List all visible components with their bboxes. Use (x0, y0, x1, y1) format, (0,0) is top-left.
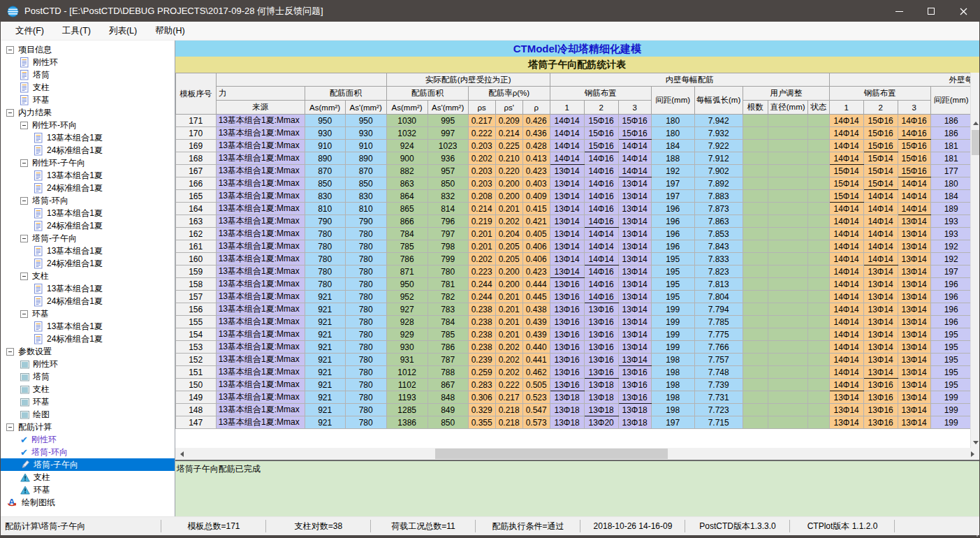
cell-template-no[interactable]: 147 (175, 416, 216, 429)
vertical-scrollbar[interactable] (970, 73, 979, 448)
cell-outer-layout[interactable]: 13Φ14 (898, 278, 930, 291)
cell-user-status[interactable] (807, 366, 829, 379)
cell-user-bars[interactable] (743, 341, 768, 354)
cell-arc-length[interactable]: 7.912 (694, 152, 743, 165)
scroll-down-button[interactable] (971, 437, 979, 448)
cell-outer-spacing[interactable]: 184 (930, 190, 972, 203)
cell-as-actual[interactable]: 1012 (386, 366, 427, 379)
cell-rho-s2[interactable]: 0.220 (495, 165, 522, 177)
scroll-right-button[interactable] (967, 448, 978, 460)
cell-outer-layout[interactable]: 13Φ16 (863, 404, 898, 416)
cell-source[interactable]: 13基本组合1夏:Mmax (216, 379, 305, 391)
cell-inner-layout[interactable]: 13Φ14 (618, 354, 651, 366)
cell-source[interactable]: 13基本组合1夏:Mmax (216, 215, 305, 228)
cell-as-required[interactable]: 921 (305, 391, 345, 404)
cell-user-bars[interactable] (743, 316, 768, 328)
cell-arc-length[interactable]: 7.902 (694, 165, 743, 177)
cell-template-no[interactable]: 166 (175, 177, 216, 190)
cell-rho-s2[interactable]: 0.201 (495, 316, 522, 328)
cell-as-required[interactable]: 930 (305, 127, 345, 140)
cell-inner-layout[interactable]: 13Φ16 (550, 278, 584, 291)
tree-item[interactable]: 13基本组合1夏 (1, 131, 175, 144)
cell-source[interactable]: 13基本组合1夏:Mmax (216, 140, 305, 152)
cell-as2-required[interactable]: 780 (345, 404, 386, 416)
cell-inner-layout[interactable]: 13Φ14 (618, 253, 651, 266)
vertical-scroll-thumb[interactable] (972, 130, 979, 155)
cell-rho-s[interactable]: 0.202 (468, 152, 495, 165)
cell-as2-actual[interactable]: 785 (427, 328, 468, 341)
cell-outer-layout[interactable]: 14Φ14 (829, 253, 863, 266)
cell-as2-required[interactable]: 780 (345, 316, 386, 328)
cell-user-diameter[interactable] (768, 215, 807, 228)
tree-item[interactable]: 13基本组合1夏 (1, 169, 175, 182)
cell-inner-layout[interactable]: 13Φ14 (618, 266, 651, 278)
cell-arc-length[interactable]: 7.723 (694, 404, 743, 416)
tree-item[interactable]: 24标准组合1夏 (1, 182, 175, 194)
cell-rho-s[interactable]: 0.244 (468, 291, 495, 303)
cell-as2-actual[interactable]: 798 (427, 240, 468, 253)
cell-inner-layout[interactable]: 14Φ16 (584, 291, 618, 303)
cell-as2-required[interactable]: 780 (345, 391, 386, 404)
cell-outer-layout[interactable]: 14Φ14 (829, 328, 863, 341)
cell-inner-spacing[interactable]: 196 (651, 203, 694, 215)
cell-user-diameter[interactable] (768, 391, 807, 404)
maximize-button[interactable] (915, 1, 947, 22)
cell-arc-length[interactable]: 7.833 (694, 253, 743, 266)
cell-outer-layout[interactable]: 13Φ14 (863, 266, 898, 278)
cell-user-bars[interactable] (743, 291, 768, 303)
cell-outer-layout[interactable]: 14Φ14 (829, 266, 863, 278)
cell-user-diameter[interactable] (768, 416, 807, 429)
cell-outer-layout[interactable]: 15Φ16 (898, 165, 930, 177)
cell-rho[interactable]: 0.426 (522, 115, 550, 127)
cell-outer-layout[interactable]: 14Φ14 (829, 127, 863, 140)
cell-as2-required[interactable]: 780 (345, 228, 386, 240)
cell-user-diameter[interactable] (768, 341, 807, 354)
cell-rho-s[interactable]: 0.283 (468, 379, 495, 391)
cell-inner-layout[interactable]: 14Φ14 (584, 240, 618, 253)
cell-template-no[interactable]: 163 (175, 215, 216, 228)
cell-as-actual[interactable]: 929 (386, 328, 427, 341)
cell-outer-spacing[interactable]: 195 (930, 354, 972, 366)
tree-expander-icon[interactable] (20, 122, 28, 129)
cell-inner-layout[interactable]: 13Φ16 (618, 366, 651, 379)
cell-rho-s2[interactable]: 0.217 (495, 391, 522, 404)
cell-outer-spacing[interactable]: 199 (930, 391, 972, 404)
cell-inner-layout[interactable]: 13Φ16 (550, 366, 584, 379)
cell-inner-spacing[interactable]: 195 (651, 291, 694, 303)
cell-outer-layout[interactable]: 13Φ14 (898, 240, 930, 253)
cell-inner-layout[interactable]: 13Φ16 (584, 303, 618, 316)
cell-outer-layout[interactable]: 13Φ14 (863, 316, 898, 328)
cell-as-actual[interactable]: 863 (386, 177, 427, 190)
cell-user-status[interactable] (807, 115, 829, 127)
cell-outer-spacing[interactable]: 195 (930, 328, 972, 341)
cell-as2-actual[interactable]: 848 (427, 391, 468, 404)
tree-item[interactable]: 支柱 (1, 81, 175, 94)
cell-inner-layout[interactable]: 13Φ16 (584, 341, 618, 354)
cell-arc-length[interactable]: 7.892 (694, 177, 743, 190)
cell-inner-layout[interactable]: 13Φ18 (584, 379, 618, 391)
cell-rho-s[interactable]: 0.244 (468, 278, 495, 291)
cell-as2-required[interactable]: 780 (345, 354, 386, 366)
cell-as-actual[interactable]: 785 (386, 240, 427, 253)
scroll-left-button[interactable] (177, 448, 187, 460)
cell-source[interactable]: 13基本组合1夏:Mmax (216, 253, 305, 266)
cell-outer-layout[interactable]: 13Φ16 (863, 379, 898, 391)
cell-as2-required[interactable]: 780 (345, 303, 386, 316)
cell-as-required[interactable]: 890 (305, 152, 345, 165)
cell-template-no[interactable]: 170 (175, 127, 216, 140)
cell-as-actual[interactable]: 1032 (386, 127, 427, 140)
cell-outer-layout[interactable]: 14Φ14 (898, 203, 930, 215)
cell-template-no[interactable]: 162 (175, 228, 216, 240)
tree-item[interactable]: 13基本组合1夏 (1, 282, 175, 295)
cell-inner-spacing[interactable]: 195 (651, 266, 694, 278)
cell-outer-layout[interactable]: 14Φ14 (863, 203, 898, 215)
tree-item[interactable]: 13基本组合1夏 (1, 320, 175, 333)
cell-as2-actual[interactable]: 814 (427, 203, 468, 215)
cell-user-status[interactable] (807, 127, 829, 140)
cell-outer-spacing[interactable]: 192 (930, 253, 972, 266)
cell-as2-required[interactable]: 780 (345, 366, 386, 379)
cell-source[interactable]: 13基本组合1夏:Mmax (216, 228, 305, 240)
cell-inner-layout[interactable]: 13Φ14 (550, 228, 584, 240)
cell-inner-spacing[interactable]: 198 (651, 404, 694, 416)
cell-as-actual[interactable]: 927 (386, 303, 427, 316)
